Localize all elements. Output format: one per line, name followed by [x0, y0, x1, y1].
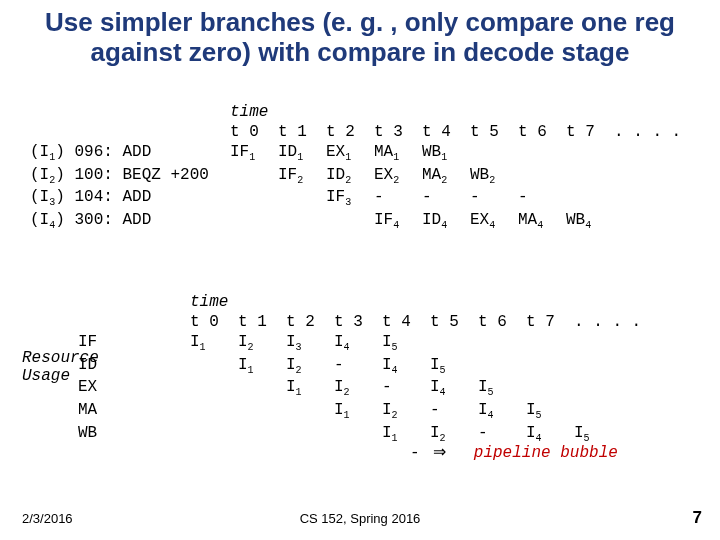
- pipeline-header-row: t 0t 1t 2t 3t 4t 5t 6t 7. . . .: [30, 122, 672, 142]
- resource-header-row: t 0t 1t 2t 3t 4t 5t 6t 7. . . .: [30, 312, 632, 332]
- footer-page-number: 7: [693, 508, 702, 528]
- pipeline-table: time t 0t 1t 2t 3t 4t 5t 6t 7. . . . (I1…: [30, 102, 672, 233]
- pipeline-row: (I2) 100: BEQZ +200IF2ID2EX2MA2WB2: [30, 165, 672, 188]
- resource-row: EXI1I2-I4I5: [30, 377, 632, 400]
- bubble-label: pipeline bubble: [474, 444, 618, 462]
- resource-table: time t 0t 1t 2t 3t 4t 5t 6t 7. . . . IFI…: [30, 292, 632, 445]
- dash-symbol: -: [410, 444, 433, 462]
- slide-title: Use simpler branches (e. g. , only compa…: [0, 0, 720, 68]
- footer-course: CS 152, Spring 2016: [0, 511, 720, 526]
- arrow-icon: ⇒: [433, 443, 446, 460]
- pipeline-row: (I3) 104: ADDIF3----: [30, 187, 672, 210]
- pipeline-row: (I1) 096: ADDIF1ID1EX1MA1WB1: [30, 142, 672, 165]
- time-label: time: [230, 103, 268, 121]
- time-label: time: [190, 293, 228, 311]
- resource-row: IFI1I2I3I4I5: [30, 332, 632, 355]
- resource-row: MAI1I2-I4I5: [30, 400, 632, 423]
- bubble-legend: - ⇒ pipeline bubble: [410, 442, 618, 462]
- pipeline-row: (I4) 300: ADDIF4ID4EX4MA4WB4: [30, 210, 672, 233]
- resource-row: IDI1I2-I4I5: [30, 355, 632, 378]
